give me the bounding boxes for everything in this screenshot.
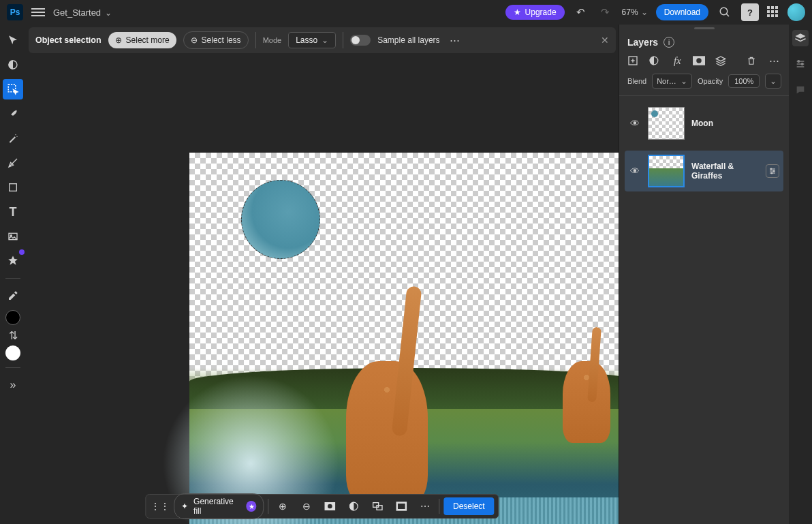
giraffe-small	[563, 361, 610, 443]
undo-icon[interactable]: ↶	[573, 4, 589, 20]
minus-target-icon: ⊖	[191, 35, 198, 45]
svg-point-5	[16, 136, 17, 137]
layer-row-moon[interactable]: 👁 Moon	[625, 103, 783, 144]
svg-point-21	[697, 58, 702, 63]
adjust-icon[interactable]	[344, 497, 364, 515]
canvas-area[interactable]: ⋮⋮ ✦ Generative fill ★ ⊕ ⊖ ⋯ Deselect	[26, 56, 619, 524]
deselect-button[interactable]: Deselect	[443, 497, 495, 515]
crop-tool-icon[interactable]	[3, 251, 23, 271]
swap-colors-icon[interactable]: ⇅	[3, 329, 23, 341]
add-layer-icon[interactable]	[627, 55, 640, 66]
svg-point-31	[798, 61, 800, 63]
blend-row: Blend Nor… Opacity 100%	[619, 72, 789, 96]
chevron-down-icon	[770, 76, 777, 86]
move-tool-icon[interactable]	[3, 30, 23, 50]
document-name: Get_Started	[53, 7, 101, 18]
svg-point-0	[720, 7, 728, 15]
invert-selection-icon[interactable]	[391, 497, 411, 515]
upgrade-label: Upgrade	[525, 7, 557, 17]
options-bar: Object selection ⊕ Select more ⊖ Select …	[29, 27, 616, 53]
layer-row-waterfall-giraffes[interactable]: 👁 Waterfall & Giraffes	[625, 151, 783, 191]
add-to-selection-icon[interactable]: ⊕	[273, 497, 293, 515]
premium-badge-icon: ★	[247, 501, 257, 512]
layer-effects-icon[interactable]: fx	[671, 55, 683, 67]
panel-grip[interactable]	[619, 25, 789, 31]
document-name-dropdown[interactable]: Get_Started	[53, 7, 112, 18]
help-icon[interactable]: ?	[741, 3, 759, 21]
group-layers-icon[interactable]	[715, 55, 728, 66]
upgrade-button[interactable]: ★ Upgrade	[505, 5, 565, 20]
mask-icon[interactable]	[320, 497, 340, 515]
svg-point-10	[328, 504, 332, 509]
more-tools-icon[interactable]: »	[3, 375, 23, 395]
mode-dropdown[interactable]: Lasso	[288, 32, 336, 48]
layer-mask-icon[interactable]	[693, 56, 705, 65]
shape-tool-icon[interactable]	[3, 177, 23, 198]
topbar-right: ★ Upgrade ↶ ↷ 67% Download ?	[505, 3, 805, 21]
comments-rail-icon[interactable]	[792, 82, 809, 98]
close-options-icon[interactable]: ✕	[601, 35, 609, 46]
svg-point-27	[771, 172, 772, 174]
download-button[interactable]: Download	[656, 4, 708, 20]
opacity-dropdown[interactable]	[765, 74, 781, 89]
select-less-button[interactable]: ⊖ Select less	[183, 31, 249, 49]
place-image-tool-icon[interactable]	[3, 226, 23, 247]
magic-wand-tool-icon[interactable]	[3, 128, 23, 149]
select-more-button[interactable]: ⊕ Select more	[108, 32, 176, 48]
blend-label: Blend	[627, 77, 646, 85]
layers-rail-icon[interactable]	[792, 30, 809, 46]
pen-tool-icon[interactable]	[3, 153, 23, 173]
svg-rect-15	[398, 504, 405, 509]
select-less-label: Select less	[202, 35, 241, 45]
layer-actions-row: fx ⋯	[619, 52, 789, 72]
document-canvas[interactable]	[189, 153, 619, 524]
adjustment-layer-icon[interactable]	[649, 56, 661, 65]
layer-more-icon[interactable]: ⋯	[768, 55, 781, 67]
sample-all-layers-toggle[interactable]	[350, 35, 371, 46]
opacity-value: 100%	[734, 77, 753, 85]
layer-thumbnail[interactable]	[648, 155, 685, 187]
visibility-toggle-icon[interactable]: 👁	[629, 118, 641, 129]
left-toolbar: T ⇅ »	[0, 25, 26, 524]
chevron-down-icon	[641, 7, 648, 17]
opacity-input[interactable]: 100%	[728, 74, 760, 88]
redo-icon[interactable]: ↷	[597, 4, 614, 20]
layer-properties-icon[interactable]	[766, 164, 779, 178]
hamburger-menu-icon[interactable]	[31, 8, 45, 16]
svg-point-25	[770, 168, 772, 170]
eyedropper-tool-icon[interactable]	[3, 286, 23, 306]
layer-thumbnail[interactable]	[648, 107, 685, 140]
search-icon[interactable]	[717, 4, 733, 20]
mode-label: Mode	[263, 36, 282, 44]
zoom-value: 67%	[622, 7, 638, 17]
chevron-down-icon	[322, 35, 328, 45]
text-tool-icon[interactable]: T	[3, 202, 23, 222]
properties-rail-icon[interactable]	[792, 56, 809, 72]
layer-name: Waterfall & Giraffes	[691, 161, 759, 181]
delete-layer-icon[interactable]	[747, 55, 759, 66]
brush-tool-icon[interactable]	[3, 104, 23, 124]
more-actions-icon[interactable]: ⋯	[415, 497, 435, 515]
giraffe-large	[346, 361, 428, 504]
background-color-swatch[interactable]	[5, 345, 20, 360]
zoom-dropdown[interactable]: 67%	[622, 7, 648, 17]
object-selection-tool-icon[interactable]	[3, 79, 23, 99]
subtract-from-selection-icon[interactable]: ⊖	[296, 497, 316, 515]
blend-mode-dropdown[interactable]: Nor…	[652, 74, 692, 89]
transform-tool-icon[interactable]	[3, 55, 23, 75]
app-switcher-icon[interactable]	[767, 6, 779, 18]
chevron-down-icon	[105, 7, 112, 18]
app-logo[interactable]: Ps	[7, 4, 23, 20]
user-avatar[interactable]	[787, 3, 805, 21]
generative-fill-button[interactable]: ✦ Generative fill ★	[174, 493, 264, 519]
moon-selection[interactable]	[241, 180, 320, 259]
foreground-color-swatch[interactable]	[5, 310, 20, 325]
more-options-icon[interactable]: ⋯	[447, 32, 463, 48]
info-icon[interactable]: i	[663, 37, 674, 48]
select-more-label: Select more	[126, 35, 170, 45]
visibility-toggle-icon[interactable]: 👁	[629, 166, 641, 176]
contextual-task-bar: ⋮⋮ ✦ Generative fill ★ ⊕ ⊖ ⋯ Deselect	[145, 494, 499, 519]
star-icon: ★	[514, 7, 521, 17]
transform-selection-icon[interactable]	[368, 497, 388, 515]
drag-handle-icon[interactable]: ⋮⋮	[150, 497, 170, 515]
